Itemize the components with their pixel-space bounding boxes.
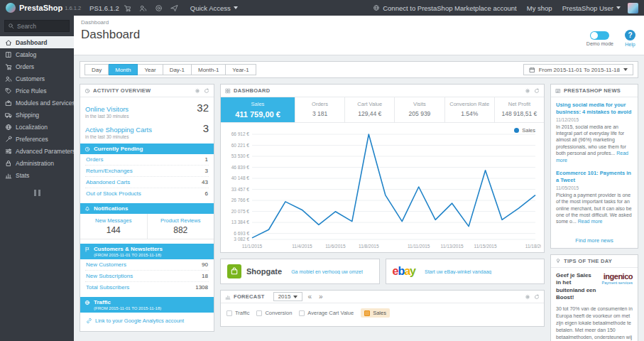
kpi-net-profit[interactable]: Net Profit 148 918,51 €: [495, 97, 544, 122]
activity-row[interactable]: New Subscriptions 18: [85, 271, 209, 282]
activity-row-value: 3: [205, 168, 208, 174]
notification-label: New Messages: [82, 217, 146, 224]
forecast-legend-item-sales[interactable]: Sales: [361, 308, 390, 318]
range-button-month-1[interactable]: Month-1: [192, 64, 226, 75]
kpi-conversion-rate[interactable]: Conversion Rate 1.54%: [445, 97, 495, 122]
kpi-cart-value[interactable]: Cart Value 129,44 €: [345, 97, 395, 122]
range-button-year-1[interactable]: Year-1: [226, 64, 256, 75]
user-menu[interactable]: PrestaShop User: [562, 4, 621, 12]
home-icon: [5, 39, 12, 46]
paper-plane-icon[interactable]: [168, 4, 182, 12]
sidebar-item-shipping[interactable]: Shipping: [0, 109, 74, 121]
avatar[interactable]: [628, 3, 638, 13]
sidebar-item-dashboard[interactable]: Dashboard: [0, 36, 74, 48]
kpi-value: 205 939: [397, 110, 442, 117]
sidebar-item-orders[interactable]: Orders: [0, 60, 74, 72]
section-title: Customers & Newsletters: [94, 246, 163, 252]
currently-pending-header: Currently Pending: [80, 144, 214, 154]
help-icon[interactable]: ?: [625, 30, 635, 40]
news-icon: [555, 88, 561, 94]
ebay-link[interactable]: Start uw eBay-winkel vandaag: [425, 269, 491, 274]
configure-icon[interactable]: [525, 294, 530, 300]
refresh-icon[interactable]: [534, 88, 540, 94]
sidebar-item-advanced-parameters[interactable]: Advanced Parameters: [0, 145, 74, 157]
quick-access-menu[interactable]: Quick Access: [190, 4, 238, 12]
globe-icon: [373, 4, 380, 11]
notification-value: 882: [149, 225, 213, 235]
panel-title: DASHBOARD: [234, 87, 270, 94]
section-title: Currently Pending: [94, 146, 143, 152]
sidebar-item-price-rules[interactable]: Price Rules: [0, 85, 74, 97]
collapse-sidebar-button[interactable]: [0, 190, 74, 196]
sidebar-item-modules[interactable]: Modules and Services: [0, 97, 74, 109]
refresh-icon[interactable]: [534, 294, 540, 300]
google-analytics-link[interactable]: Link to your Google Analytics account: [85, 313, 209, 327]
next-year-button[interactable]: »: [317, 293, 325, 301]
ebay-promo[interactable]: ebay Start uw eBay-winkel vandaag: [386, 259, 545, 284]
checkbox-icon: [299, 310, 305, 316]
kpi-visits[interactable]: Visits 205 939: [395, 97, 444, 122]
date-range-picker[interactable]: From 2015-11-01 To 2015-11-18: [523, 64, 633, 75]
range-button-day[interactable]: Day: [84, 64, 109, 75]
configure-icon[interactable]: [525, 88, 530, 94]
kpi-value: 3 181: [298, 110, 342, 117]
sidebar-item-localization[interactable]: Localization: [0, 121, 74, 133]
cart-icon: [5, 63, 12, 70]
shopgate-link[interactable]: Ga mobiel en verhoog uw omzet: [291, 269, 363, 274]
sidebar-item-customers[interactable]: Customers: [0, 72, 74, 85]
sidebar-item-administration[interactable]: Administration: [0, 157, 74, 169]
svg-text:60 221 €: 60 221 €: [231, 143, 250, 148]
activity-row[interactable]: Abandoned Carts 43: [85, 177, 209, 188]
sidebar-search[interactable]: [4, 20, 70, 32]
sidebar-item-label: Orders: [16, 63, 34, 70]
read-more-link[interactable]: Read more: [578, 219, 603, 224]
kpi-sales[interactable]: Sales 411 759,00 €: [221, 97, 295, 122]
configure-icon[interactable]: [195, 88, 200, 94]
notification-cell[interactable]: Product Reviews 882: [147, 214, 214, 239]
shopgate-promo[interactable]: Shopgate Ga mobiel en verhoog uw omzet: [220, 259, 380, 284]
find-more-news-link[interactable]: Find more news: [551, 236, 638, 248]
my-shop-link[interactable]: My shop: [527, 4, 552, 12]
clock-icon: [84, 146, 90, 152]
link-icon: [86, 318, 92, 324]
forecast-legend-item-average-cart-value[interactable]: Average Cart Value: [299, 310, 354, 316]
sidebar-item-stats[interactable]: Stats: [0, 169, 74, 181]
demo-mode-toggle[interactable]: [590, 31, 609, 40]
activity-row[interactable]: Total Subscribers 1308: [85, 282, 209, 293]
range-button-day-1[interactable]: Day-1: [163, 64, 192, 75]
caret-down-icon: [616, 6, 621, 9]
range-button-year[interactable]: Year: [138, 64, 163, 75]
sidebar-item-label: Stats: [16, 172, 29, 179]
activity-row[interactable]: Orders 1: [85, 154, 209, 166]
chart-legend[interactable]: Sales: [514, 127, 535, 134]
top-bar: PrestaShop 1.6.1.2 PS1.6.1.2 Quick Acces…: [0, 0, 644, 16]
refresh-icon[interactable]: [204, 88, 209, 94]
news-article-link[interactable]: Ecommerce 101: Payments in a Tweet: [556, 170, 633, 184]
notification-cell[interactable]: New Messages 144: [80, 214, 147, 239]
activity-row[interactable]: New Customers 90: [85, 259, 209, 271]
previous-year-button[interactable]: «: [305, 293, 314, 301]
range-button-month[interactable]: Month: [109, 64, 138, 75]
section-subtitle: (FROM 2015-11-01 TO 2015-11-18): [84, 253, 209, 257]
sales-line-chart[interactable]: 66 912 €60 221 €53 530 €46 839 €40 148 €…: [224, 126, 541, 251]
forecast-legend-item-traffic[interactable]: Traffic: [227, 310, 249, 316]
shopgate-logo: [227, 264, 241, 278]
marketplace-link[interactable]: Connect to PrestaShop Marketplace accoun…: [373, 4, 517, 12]
lifering-icon[interactable]: [152, 4, 166, 12]
sidebar-item-preferences[interactable]: Preferences: [0, 133, 74, 145]
activity-row-value: 90: [202, 261, 208, 268]
online-visitors-link[interactable]: Online Visitors: [85, 105, 129, 113]
activity-row[interactable]: Out of Stock Products 6: [85, 188, 209, 199]
sidebar-item-catalog[interactable]: Catalog: [0, 48, 74, 60]
news-article-link[interactable]: Using social media for your business: 4 …: [556, 102, 633, 116]
customers-icon[interactable]: [136, 4, 151, 12]
activity-row[interactable]: Return/Exchanges 3: [85, 166, 209, 177]
year-select[interactable]: 2015: [273, 292, 303, 301]
search-input[interactable]: [17, 23, 66, 30]
globe-icon: [5, 124, 12, 131]
active-carts-sub: in the last 30 minutes: [85, 134, 209, 139]
cart-icon[interactable]: [121, 4, 135, 12]
active-carts-link[interactable]: Active Shopping Carts: [85, 126, 152, 134]
kpi-orders[interactable]: Orders 3 181: [295, 97, 345, 122]
forecast-legend-item-conversion[interactable]: Conversion: [256, 310, 292, 316]
